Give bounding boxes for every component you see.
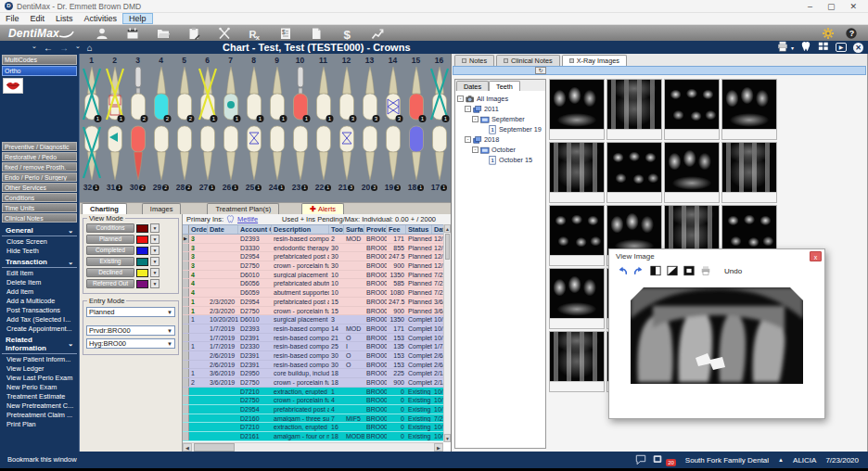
tree-expander[interactable]: - — [472, 146, 479, 153]
tab-clinical-notes[interactable]: Clinical Notes — [496, 55, 560, 66]
row-selector[interactable] — [183, 279, 189, 287]
table-row[interactable]: 3D3330endodontic therapy - m30BRO00855Pl… — [183, 244, 443, 253]
close-chart-button[interactable]: ✕ — [853, 43, 863, 53]
chevron-down-icon[interactable]: ⌄ — [75, 43, 81, 50]
tree-item-september[interactable]: -September — [456, 114, 544, 124]
sidebar-item-create-appointment-[interactable]: Create Appointment... — [0, 325, 79, 334]
minimize-button[interactable]: – — [808, 2, 812, 11]
xray-thumbnail[interactable] — [606, 79, 662, 140]
provider-select[interactable]: Prvdr:BRO00▼ — [86, 325, 175, 336]
reports-icon[interactable] — [371, 27, 385, 40]
category-conditions[interactable]: Conditions — [2, 193, 77, 202]
tooth-4[interactable]: 2 — [149, 65, 172, 123]
instruments-icon[interactable] — [218, 27, 232, 40]
gear-icon[interactable] — [822, 27, 836, 40]
chat-icon[interactable] — [635, 454, 646, 465]
refresh-button[interactable]: ↻ — [535, 67, 546, 74]
tooth-30[interactable] — [126, 123, 149, 182]
column-header-tooth[interactable]: Tooth — [329, 225, 344, 234]
table-row[interactable]: 110/20/2018D6010surgical placement of in… — [183, 315, 443, 325]
maximize-button[interactable]: ▢ — [827, 2, 836, 11]
tooth-29[interactable] — [149, 123, 172, 182]
table-row[interactable]: 13/6/2019D2950core buildup, including18B… — [183, 369, 443, 378]
flip-horizontal-icon[interactable] — [650, 265, 661, 276]
tooth-32[interactable] — [80, 123, 103, 182]
tooth-17[interactable] — [428, 123, 451, 182]
category-time-units[interactable]: Time Units — [2, 203, 77, 212]
chevron-down-icon[interactable]: ⌄ — [32, 43, 37, 50]
undo-arrow-icon[interactable] — [617, 265, 628, 276]
table-row[interactable]: 4D6010surgical placement of in10BRO00135… — [183, 271, 443, 280]
tree-item-all-images[interactable]: -All Images — [456, 94, 544, 104]
menu-activities[interactable]: Activities — [79, 13, 123, 24]
xray-thumbnail[interactable] — [721, 79, 777, 140]
row-selector[interactable] — [183, 378, 189, 387]
tree-expander[interactable]: - — [465, 136, 471, 143]
chevron-down-icon[interactable]: ⌄ — [68, 227, 73, 235]
table-row[interactable]: 3D2954prefabricated post and30BRO00247.5… — [183, 252, 443, 261]
row-selector[interactable] — [183, 388, 189, 396]
table-row[interactable]: 3D2750crown - porcelain fused30BRO00900P… — [183, 261, 443, 271]
tooth-5[interactable]: 2 — [172, 65, 196, 123]
sidebar-item-treatment-estimate[interactable]: Treatment Estimate — [0, 392, 79, 401]
table-row[interactable]: 2/6/2019D2391resin-based composite -30OB… — [183, 351, 443, 361]
tooth-10[interactable]: 1 — [288, 65, 312, 123]
row-selector[interactable] — [183, 288, 189, 297]
sidebar-item-view-ledger[interactable]: View Ledger — [0, 364, 79, 374]
row-selector[interactable] — [183, 432, 189, 440]
forward-arrow-icon[interactable]: → — [59, 43, 69, 53]
chevron-down-icon[interactable]: ▼ — [150, 235, 160, 244]
tooth-23[interactable] — [288, 123, 312, 182]
sidebar-item-delete-item[interactable]: Delete Item — [0, 278, 79, 287]
tooth-24[interactable] — [265, 123, 288, 182]
close-button[interactable]: ✕ — [849, 2, 857, 11]
table-row[interactable]: 4D6059abutment supported po10BRO001080Pl… — [183, 288, 443, 298]
sidebar-item-pretreatment-claim-[interactable]: Pretreatment Claim ... — [0, 411, 79, 420]
tree-item-october-15[interactable]: 1October 15 — [456, 155, 544, 165]
sidebar-item-edit-item[interactable]: Edit Item — [0, 269, 79, 278]
tab-images[interactable]: Images — [142, 203, 182, 214]
chevron-down-icon[interactable]: ▼ — [150, 268, 160, 277]
dialog-title-bar[interactable]: View Image x — [609, 249, 824, 263]
tooth-16[interactable]: 1 — [428, 65, 451, 123]
sidebar-item-view-last-perio-exam[interactable]: View Last Perio Exam — [0, 374, 79, 383]
bookmark-window-link[interactable]: Bookmark this window — [7, 455, 77, 464]
tooth-7[interactable]: 1 — [219, 65, 242, 123]
tab-x-ray-images[interactable]: X-Ray Images — [562, 55, 627, 66]
row-selector[interactable] — [183, 414, 189, 423]
column-header-status[interactable]: Status — [406, 225, 432, 234]
tooth-25[interactable] — [242, 123, 265, 182]
xray-thumbnail[interactable] — [664, 142, 720, 203]
multicodes-button[interactable]: MultiCodes — [2, 55, 77, 65]
play-button[interactable]: ▶ — [836, 43, 847, 52]
sidebar-item-hide-teeth[interactable]: Hide Teeth — [0, 247, 79, 256]
sidebar-item-close-screen[interactable]: Close Screen — [0, 237, 79, 247]
row-selector[interactable] — [183, 423, 189, 431]
tab-charting[interactable]: Charting — [82, 203, 127, 214]
row-selector[interactable] — [183, 361, 189, 369]
table-row[interactable]: 1/7/2019D2391resin-based composite -21OB… — [183, 334, 443, 343]
row-selector[interactable] — [183, 342, 189, 350]
table-row[interactable]: ▶3D2393resin-based composite -2MODBRO001… — [183, 235, 443, 244]
table-row[interactable]: D2160amalgam - three surfac7MIF5BRO000Ex… — [183, 414, 443, 424]
sidebar-item-post-transactions[interactable]: Post Transactions — [0, 306, 79, 315]
tab-treatment-plan-s-[interactable]: Treatment Plan(s) — [207, 203, 279, 214]
table-row[interactable]: D2750crown - porcelain fused4BRO000Exist… — [183, 396, 443, 405]
tree-expander[interactable]: - — [465, 106, 471, 112]
tooth-18[interactable] — [404, 123, 428, 182]
dialog-close-button[interactable]: x — [810, 251, 822, 261]
scroll-left-arrow[interactable]: ◀ — [183, 443, 192, 452]
hygienist-select[interactable]: Hyg:BRO00▼ — [86, 338, 175, 349]
xray-thumbnail[interactable] — [664, 79, 720, 140]
row-selector[interactable] — [183, 405, 189, 414]
table-row[interactable]: 11/7/2019D2330resin-based composite -25I… — [183, 342, 443, 351]
xray-thumbnail[interactable] — [721, 142, 777, 203]
row-selector[interactable] — [183, 369, 189, 377]
table-row[interactable]: 12/3/2020D2954prefabricated post and15BR… — [183, 298, 443, 307]
tooth-3[interactable]: 2 — [126, 65, 149, 123]
row-selector[interactable] — [183, 334, 189, 342]
category-endo-perio-surgery[interactable]: Endo / Perio / Surgery — [2, 172, 77, 182]
tooth-1[interactable]: 1 — [80, 65, 103, 123]
xray-thumbnail[interactable] — [549, 205, 605, 266]
help-icon[interactable]: ? — [845, 27, 859, 40]
